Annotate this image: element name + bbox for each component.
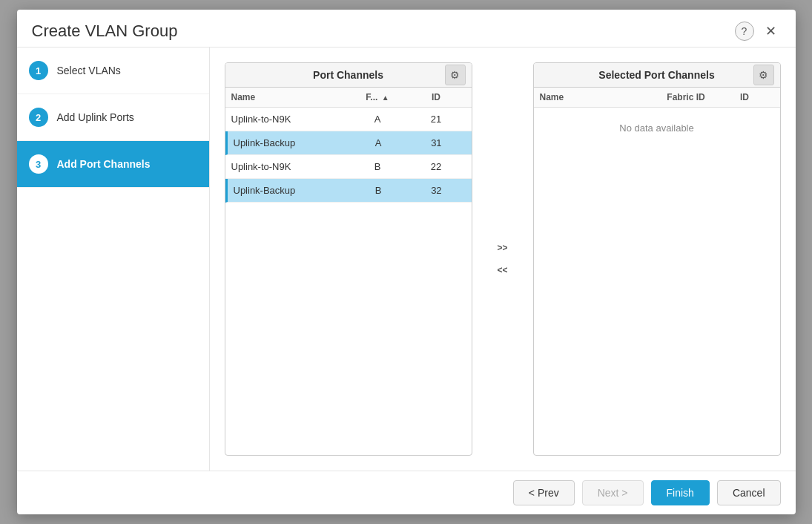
row-id: 22 — [407, 161, 466, 172]
table-row[interactable]: Uplink-to-N9K B 22 — [225, 155, 472, 179]
help-button[interactable]: ? — [735, 22, 754, 41]
modal-overlay: Create VLAN Group ? ✕ 1 Select VLANs 2 A… — [0, 0, 812, 524]
selected-port-channels-header-bar: Selected Port Channels ⚙ — [534, 63, 780, 88]
row-fabric: B — [349, 185, 407, 196]
selected-col-header-id: ID — [716, 92, 774, 102]
port-channels-col-headers: Name F... ▲ ID — [225, 88, 472, 108]
step-circle-3: 3 — [29, 154, 48, 174]
col-header-name: Name — [231, 92, 349, 102]
selected-port-channels-title: Selected Port Channels — [598, 69, 714, 81]
no-data-message: No data available — [534, 108, 780, 148]
selected-col-headers: Name Fabric ID ID — [534, 88, 780, 108]
modal-header: Create VLAN Group ? ✕ — [17, 10, 796, 48]
row-name: Uplink-to-N9K — [231, 161, 349, 172]
step-label-2: Add Uplink Ports — [57, 111, 134, 123]
sidebar-item-add-port-channels[interactable]: 3 Add Port Channels — [17, 141, 209, 188]
selected-port-channels-gear-button[interactable]: ⚙ — [753, 65, 774, 85]
modal-body: 1 Select VLANs 2 Add Uplink Ports 3 Add … — [17, 48, 796, 471]
sidebar-item-select-vlans[interactable]: 1 Select VLANs — [17, 48, 209, 94]
finish-button[interactable]: Finish — [651, 480, 710, 505]
port-channels-title: Port Channels — [313, 69, 383, 81]
port-channels-header-bar: Port Channels ⚙ — [225, 63, 472, 88]
col-header-fabric: F... ▲ — [349, 92, 407, 102]
step-circle-1: 1 — [29, 61, 48, 80]
step-label-1: Select VLANs — [57, 65, 121, 76]
tables-row: Port Channels ⚙ Name F... ▲ — [225, 62, 781, 456]
step-circle-2: 2 — [29, 108, 48, 127]
prev-button[interactable]: < Prev — [513, 480, 575, 505]
modal-footer: < Prev Next > Finish Cancel — [17, 471, 796, 514]
row-name: Uplink-Backup — [234, 185, 350, 196]
port-channels-table: Port Channels ⚙ Name F... ▲ — [225, 62, 472, 456]
row-id: 21 — [407, 114, 466, 125]
close-button[interactable]: ✕ — [762, 22, 781, 41]
cancel-button[interactable]: Cancel — [717, 480, 781, 505]
selected-table-body: No data available — [534, 108, 780, 455]
port-channels-table-body: Uplink-to-N9K A 21 Uplink-Backup A 31 Up… — [225, 108, 472, 455]
sidebar-item-add-uplink-ports[interactable]: 2 Add Uplink Ports — [17, 94, 209, 141]
row-name: Uplink-to-N9K — [231, 114, 349, 125]
col-header-id: ID — [407, 92, 466, 102]
selected-col-header-name: Name — [540, 92, 657, 102]
step-label-3: Add Port Channels — [57, 158, 151, 170]
row-id: 31 — [407, 137, 465, 148]
row-fabric: A — [349, 114, 407, 125]
add-button[interactable]: >> — [492, 240, 512, 256]
transfer-controls: >> << — [484, 62, 521, 456]
selected-port-channels-table: Selected Port Channels ⚙ Name Fabric ID — [533, 62, 781, 456]
modal-title: Create VLAN Group — [32, 22, 178, 41]
sort-indicator-asc: ▲ — [382, 94, 389, 102]
port-channels-gear-button[interactable]: ⚙ — [445, 65, 466, 85]
remove-button[interactable]: << — [492, 262, 512, 278]
row-fabric: A — [349, 137, 407, 148]
modal-header-icons: ? ✕ — [735, 22, 781, 41]
selected-col-header-fabric: Fabric ID — [657, 92, 716, 102]
next-button: Next > — [582, 480, 644, 505]
table-row[interactable]: Uplink-Backup B 32 — [225, 179, 472, 203]
row-name: Uplink-Backup — [234, 137, 350, 148]
table-row[interactable]: Uplink-to-N9K A 21 — [225, 108, 472, 131]
row-id: 32 — [407, 185, 465, 196]
sidebar: 1 Select VLANs 2 Add Uplink Ports 3 Add … — [17, 48, 210, 471]
main-content: Port Channels ⚙ Name F... ▲ — [210, 48, 796, 471]
table-row[interactable]: Uplink-Backup A 31 — [225, 131, 472, 155]
row-fabric: B — [349, 161, 407, 172]
modal: Create VLAN Group ? ✕ 1 Select VLANs 2 A… — [17, 10, 796, 514]
